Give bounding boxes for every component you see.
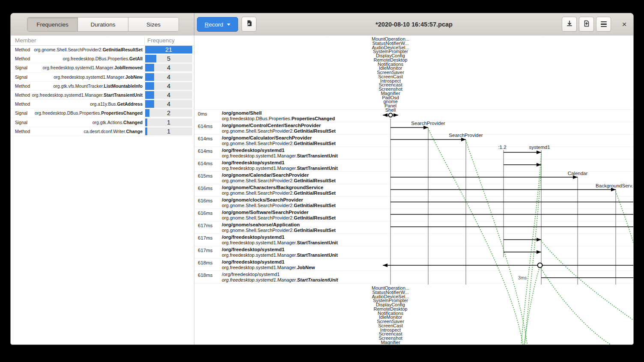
service-names-header: MountOperation... StatusNotifierW... Aud… [372, 37, 409, 113]
tab-frequencies[interactable]: Frequencies [27, 18, 78, 31]
frequency-cell: 4 [145, 64, 192, 71]
member-label: org.gtk.vfs.MountTracker.ListMountableIn… [11, 83, 143, 89]
event-object-path: /org/freedesktop/systemd1 [222, 160, 284, 165]
event-timestamp: 614ms [198, 136, 213, 141]
headerbar-divider [194, 13, 194, 36]
table-row[interactable]: Method org.freedesktop.DBus.Properties.G… [11, 54, 194, 63]
arrowhead-right [537, 250, 541, 254]
table-row[interactable]: Signal org.freedesktop.systemd1.Manager.… [11, 63, 194, 72]
timeline-event-row[interactable]: 616ms /org/gnome/Characters/BackgroundSe… [194, 184, 396, 197]
window-title: *2020-08-10 16:45:57.pcap [376, 13, 453, 36]
frequencies-pane: Member Frequency Method org.gnome.Shell.… [11, 36, 194, 344]
frequency-value: 4 [145, 82, 192, 90]
table-row[interactable]: Method org.a11y.Bus.GetAddress 4 [11, 100, 194, 109]
frequency-value: 21 [145, 46, 192, 53]
event-member: org.freedesktop.systemd1.Manager.StartTr… [222, 240, 338, 245]
tab-sizes[interactable]: Sizes [128, 18, 179, 31]
frequency-cell: 4 [145, 91, 192, 99]
lane-label: :1.2 [498, 145, 506, 150]
timeline-event-row[interactable]: 615ms /org/gnome/Calendar/SearchProvider… [194, 172, 396, 184]
event-timestamp: 615ms [198, 173, 213, 178]
arrowhead-right [537, 151, 541, 154]
table-row[interactable]: Signal org.gtk.Actions.Changed 1 [11, 118, 194, 127]
table-row[interactable]: Signal org.freedesktop.systemd1.Manager.… [11, 73, 194, 82]
timeline-event-row[interactable]: 614ms /org/gnome/ControlCenter/SearchPro… [194, 122, 396, 135]
member-label: org.freedesktop.DBus.Properties.Properti… [11, 110, 143, 116]
close-icon: × [622, 20, 626, 29]
frequency-value: 4 [145, 91, 192, 99]
frequency-value: 1 [145, 128, 192, 135]
timeline-event-row[interactable]: 614ms /org/gnome/Calculator/SearchProvid… [194, 135, 396, 147]
event-member: org.gnome.Shell.SearchProvider2.GetIniti… [222, 228, 336, 233]
timeline-event-row[interactable]: 0ms /org/gnome/Shell org.freedesktop.DBu… [194, 110, 396, 122]
event-object-path: /org/gnome/clocks/SearchProvider [222, 197, 303, 202]
column-divider [144, 36, 145, 45]
reply-curve [540, 267, 613, 345]
timeline-event-row[interactable]: 618ms /org/freedesktop/systemd1 org.free… [194, 259, 396, 271]
event-member: org.freedesktop.systemd1.Manager.JobNew [222, 265, 315, 270]
open-file-button[interactable] [242, 17, 256, 32]
lane-label: SearchProvider [449, 133, 483, 138]
table-row[interactable]: Signal org.freedesktop.DBus.Properties.P… [11, 109, 194, 118]
save-as-button[interactable] [579, 17, 594, 32]
member-label: ca.desrt.dconf.Writer.Change [11, 129, 143, 134]
frequency-cell: 21 [145, 46, 192, 53]
lane-label: BackgroundServ... [596, 183, 634, 188]
event-timestamp: 614ms [198, 124, 213, 129]
frequency-value: 4 [145, 73, 192, 81]
timeline-event-row[interactable]: 617ms /org/freedesktop/systemd1 org.free… [194, 246, 396, 259]
event-timestamp: 618ms [198, 273, 213, 278]
event-object-path: /org/gnome/Software/SearchProvider [222, 210, 309, 215]
table-row[interactable]: Method org.gtk.vfs.MountTracker.ListMoun… [11, 82, 194, 91]
event-member: org.freedesktop.DBus.Properties.Properti… [222, 116, 335, 121]
table-row[interactable]: Method org.gnome.Shell.SearchProvider2.G… [11, 45, 194, 54]
hamburger-menu-icon [601, 21, 607, 27]
column-header-member[interactable]: Member [15, 37, 36, 44]
reply-curve [616, 192, 634, 269]
view-switcher: Frequencies Durations Sizes [27, 17, 179, 32]
frequency-value: 4 [145, 64, 192, 71]
signal-emit-circle [538, 263, 543, 268]
timeline-event-row[interactable]: 617ms /org/freedesktop/systemd1 org.free… [194, 234, 396, 246]
event-member: org.gnome.Shell.SearchProvider2.GetIniti… [222, 141, 336, 146]
event-object-path: /org/gnome/Characters/BackgroundService [222, 185, 323, 190]
frequency-value: 2 [145, 109, 192, 117]
bustle-window: Frequencies Durations Sizes Record *2020… [10, 13, 634, 345]
member-label: org.freedesktop.systemd1.Manager.JobNew [11, 74, 143, 80]
timeline-event-row[interactable]: 614ms /org/freedesktop/systemd1 org.free… [194, 147, 396, 160]
event-timestamp: 614ms [198, 148, 213, 154]
timeline-event-row[interactable]: 618ms /org/freedesktop/systemd1 org.free… [194, 271, 396, 284]
reply-curve [541, 241, 634, 323]
event-timestamp: 616ms [198, 198, 213, 203]
event-timestamp: 616ms [198, 186, 213, 191]
close-button[interactable]: × [617, 17, 632, 32]
event-member: org.freedesktop.systemd1.Manager.StartTr… [222, 153, 338, 158]
save-as-icon [583, 20, 590, 29]
member-label: org.a11y.Bus.GetAddress [11, 101, 143, 107]
event-object-path: /org/freedesktop/systemd1 [222, 259, 284, 264]
event-member: org.freedesktop.systemd1.Manager.StartTr… [222, 252, 338, 258]
arrowhead-right [537, 238, 541, 241]
timeline-event-row[interactable]: 614ms /org/freedesktop/systemd1 org.free… [194, 160, 396, 172]
event-timestamp: 617ms [198, 248, 213, 253]
event-timestamp: 616ms [198, 211, 213, 216]
frequency-cell: 4 [145, 100, 192, 108]
frequency-cell: 5 [145, 55, 192, 62]
table-row[interactable]: Method org.freedesktop.systemd1.Manager.… [11, 91, 194, 100]
save-button[interactable] [562, 17, 577, 32]
table-row[interactable]: Method ca.desrt.dconf.Writer.Change 1 [11, 127, 194, 136]
chevron-down-icon [227, 24, 230, 26]
timeline-event-row[interactable]: 616ms /org/gnome/Software/SearchProvider… [194, 209, 396, 222]
record-button[interactable]: Record [197, 17, 238, 32]
tab-durations[interactable]: Durations [78, 18, 128, 31]
lane-label: Calendar [568, 171, 588, 176]
column-header-frequency[interactable]: Frequency [147, 37, 175, 44]
arrowhead-right [573, 175, 578, 179]
timeline-event-row[interactable]: 617ms /org/gnome/seahorse/Application or… [194, 222, 396, 234]
event-member: org.gnome.Shell.SearchProvider2.GetIniti… [222, 203, 336, 208]
frequency-cell: 4 [145, 73, 192, 81]
stats-table-body: Method org.gnome.Shell.SearchProvider2.G… [11, 45, 194, 136]
timeline-event-row[interactable]: 616ms /org/gnome/clocks/SearchProvider o… [194, 197, 396, 209]
header-bar: Frequencies Durations Sizes Record *2020… [11, 13, 633, 36]
menu-button[interactable] [596, 17, 611, 32]
